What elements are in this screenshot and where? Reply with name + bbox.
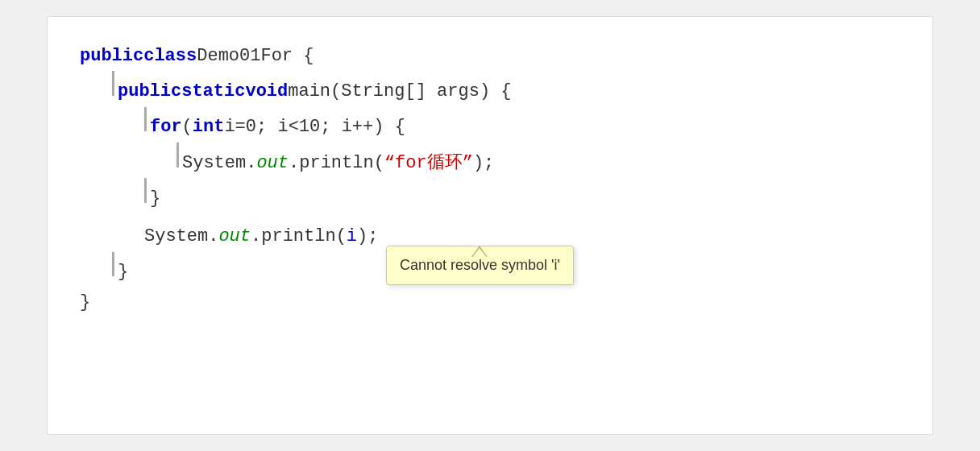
keyword-for: for [150,112,182,142]
keyword-class: class [143,41,197,71]
keyword-void: void [245,77,288,106]
code-line-3: for(int i=0; i<10; i++) { [80,107,900,143]
code-text: Demo01For { [197,41,314,71]
code-system: System. [182,148,256,178]
code-brace-close: } [150,184,160,213]
code-line-5: } [80,178,900,213]
code-line-8: } [80,288,900,317]
code-line-4: System.out.println(“for循环”); [80,143,900,178]
code-string: “for循环” [384,148,473,178]
keyword-static: static [181,77,245,106]
code-close-2: ); [357,221,378,251]
code-var-i: i [347,221,357,251]
code-brace-close-2: } [118,257,128,287]
code-line-2: public static void main(String[] args) { [80,71,900,106]
code-line-7: } [80,252,900,288]
code-println: .println( [289,148,384,178]
indent-bar-4 [144,178,147,203]
code-line-1: public class Demo01For { [80,41,900,71]
keyword-public2: public [118,77,181,106]
code-println-2: .println( [251,221,347,251]
code-paren: ( [182,112,193,142]
code-text-2: main(String[] args) { [288,77,511,106]
code-system-2: System. [144,221,218,251]
code-out-2: out [218,221,251,251]
keyword-int: int [193,112,225,142]
code-close: ); [473,148,494,178]
indent-bar [112,71,114,96]
code-panel: public class Demo01For { public static v… [47,16,933,435]
indent-bar-5 [112,252,114,277]
code-for-body: i=0; i<10; i++) { [224,112,405,142]
code-line-6: System.out.println(i); Cannot resolve sy… [80,221,900,251]
indent-bar-2 [144,107,147,132]
keyword-public: public [80,41,143,71]
code-brace-close-3: } [80,288,90,317]
code-out: out [256,148,289,178]
indent-bar-3 [176,143,179,168]
